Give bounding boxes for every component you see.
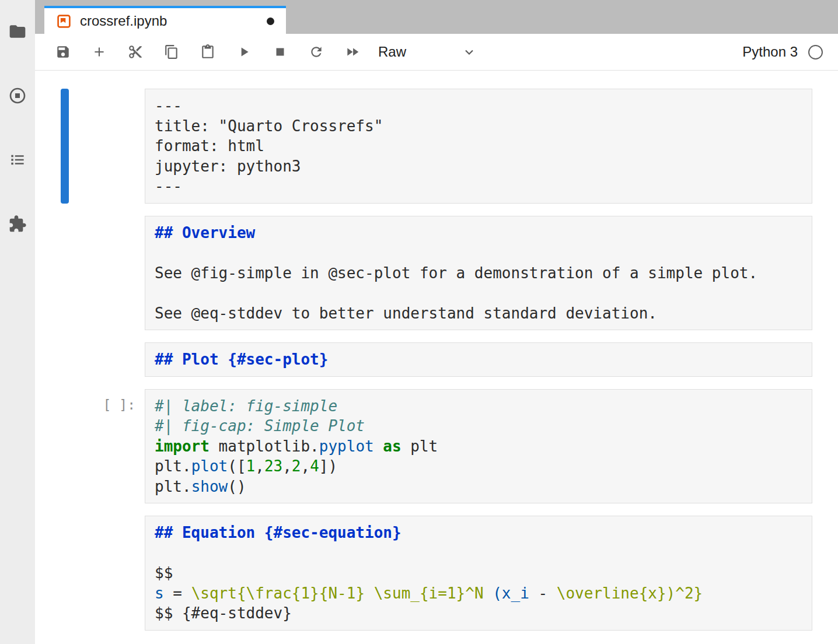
left-sidebar xyxy=(0,0,35,644)
cell-type-value: Raw xyxy=(378,44,406,60)
code-line: plt.show() xyxy=(155,477,802,497)
notebook-cells: ---title: "Quarto Crossrefs"format: html… xyxy=(35,71,838,644)
cut-icon xyxy=(128,44,143,60)
list-icon xyxy=(8,150,27,169)
markdown-cell-2[interactable]: ## Plot {#sec-plot} xyxy=(35,342,838,377)
cell-execution-prompt xyxy=(69,216,145,331)
cell-editor[interactable]: ## Equation {#sec-equation} $$s = \sqrt{… xyxy=(145,516,812,631)
modified-indicator-icon[interactable] xyxy=(267,18,274,25)
copy-icon xyxy=(164,44,179,60)
cell-selection-bar xyxy=(61,516,69,631)
chevron-down-icon xyxy=(462,45,476,59)
restart-kernel-button[interactable] xyxy=(308,44,324,60)
cell-selection-bar xyxy=(61,342,69,377)
file-browser-button[interactable] xyxy=(7,21,28,42)
kernel-name[interactable]: Python 3 xyxy=(742,44,798,60)
code-line: s = \sqrt{\frac{1}{N-1} \sum_{i=1}^N (x_… xyxy=(155,583,802,604)
run-icon xyxy=(236,44,252,60)
main-panel: crossref.ipynb Raw Python 3 ---title: "Q… xyxy=(35,0,838,644)
raw-cell-0[interactable]: ---title: "Quarto Crossrefs"format: html… xyxy=(35,89,838,204)
add-icon xyxy=(92,44,107,60)
cell-execution-prompt xyxy=(69,89,145,204)
code-line: $$ {#eq-stddev} xyxy=(155,603,802,624)
markdown-cell-4[interactable]: ## Equation {#sec-equation} $$s = \sqrt{… xyxy=(35,516,838,631)
code-line: format: html xyxy=(155,136,802,156)
cell-execution-prompt xyxy=(69,516,145,631)
puzzle-icon xyxy=(8,215,27,233)
interrupt-kernel-button[interactable] xyxy=(272,44,288,60)
save-button[interactable] xyxy=(55,44,71,60)
kernel-status-icon[interactable] xyxy=(808,45,823,60)
cell-execution-prompt xyxy=(69,342,145,377)
cell-selection-bar xyxy=(61,389,69,504)
notebook-toolbar: Raw Python 3 xyxy=(35,34,838,71)
fastforward-icon xyxy=(345,44,360,60)
code-cell-3[interactable]: [ ]:#| label: fig-simple#| fig-cap: Simp… xyxy=(35,389,838,504)
cell-selection-bar xyxy=(61,216,69,331)
paste-cells-button[interactable] xyxy=(200,44,216,60)
code-line: plt.plot([1,23,2,4]) xyxy=(155,456,802,477)
cell-editor[interactable]: ## Overview See @fig-simple in @sec-plot… xyxy=(145,216,812,331)
toolbar-buttons xyxy=(55,44,361,60)
code-line: ## Equation {#sec-equation} xyxy=(155,523,802,543)
notebook-file-icon xyxy=(56,13,72,29)
cell-type-dropdown[interactable]: Raw xyxy=(378,44,476,60)
code-line: --- xyxy=(155,176,802,197)
stop-circle-icon xyxy=(8,86,27,105)
cell-editor[interactable]: ---title: "Quarto Crossrefs"format: html… xyxy=(145,89,812,204)
code-line xyxy=(155,243,802,263)
code-line: See @fig-simple in @sec-plot for a demon… xyxy=(155,263,802,284)
code-line: title: "Quarto Crossrefs" xyxy=(155,116,802,136)
code-line: --- xyxy=(155,96,802,116)
markdown-cell-1[interactable]: ## Overview See @fig-simple in @sec-plot… xyxy=(35,216,838,331)
tab-bar: crossref.ipynb xyxy=(35,0,838,34)
run-button[interactable] xyxy=(236,44,252,60)
code-line: import matplotlib.pyplot as plt xyxy=(155,436,802,457)
cut-cells-button[interactable] xyxy=(127,44,144,60)
cell-execution-prompt: [ ]: xyxy=(69,389,145,504)
code-line: ## Overview xyxy=(155,223,802,243)
paste-icon xyxy=(200,44,215,60)
code-line: $$ xyxy=(155,563,802,583)
copy-cells-button[interactable] xyxy=(163,44,180,60)
tab-title: crossref.ipynb xyxy=(80,13,259,29)
code-line: ## Plot {#sec-plot} xyxy=(155,349,802,370)
folder-icon xyxy=(8,22,27,41)
save-icon xyxy=(55,44,71,60)
insert-cell-button[interactable] xyxy=(91,44,107,60)
stop-icon xyxy=(273,44,288,60)
extension-manager-button[interactable] xyxy=(7,214,28,235)
code-line xyxy=(155,543,802,564)
restart-run-all-button[interactable] xyxy=(344,44,361,60)
code-line: #| label: fig-simple xyxy=(155,396,802,416)
cell-selection-bar xyxy=(61,89,69,204)
table-of-contents-button[interactable] xyxy=(7,149,28,170)
code-line xyxy=(155,283,802,303)
cell-editor[interactable]: #| label: fig-simple#| fig-cap: Simple P… xyxy=(145,389,812,504)
tab-crossref-ipynb[interactable]: crossref.ipynb xyxy=(44,6,286,34)
code-line: jupyter: python3 xyxy=(155,156,802,177)
restart-icon xyxy=(309,44,324,60)
cell-editor[interactable]: ## Plot {#sec-plot} xyxy=(145,342,812,377)
code-line: #| fig-cap: Simple Plot xyxy=(155,416,802,436)
code-line: See @eq-stddev to better understand stan… xyxy=(155,303,802,324)
running-kernels-button[interactable] xyxy=(7,85,28,106)
jupyterlab-window: crossref.ipynb Raw Python 3 ---title: "Q… xyxy=(0,0,838,644)
